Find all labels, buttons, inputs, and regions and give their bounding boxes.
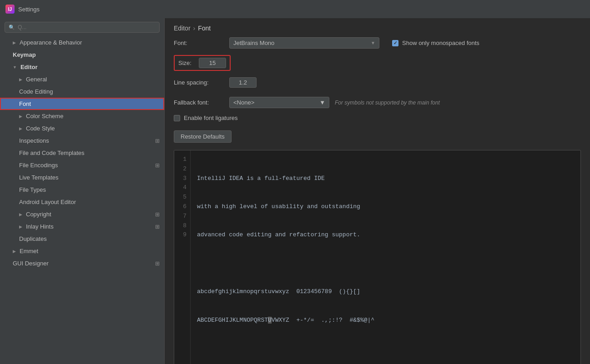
code-line-7 (197, 344, 574, 354)
line-number: 7 (178, 212, 187, 221)
size-input[interactable] (199, 58, 226, 68)
line-spacing-label: Line spacing: (174, 79, 224, 86)
line-number: 6 (178, 202, 187, 212)
fallback-row: Fallback font: <None> ▼ For symbols not … (174, 97, 581, 108)
code-line-3: advanced code editing and refactoring su… (197, 230, 574, 240)
sidebar-item-label: Copyright (26, 211, 51, 218)
show-monospaced-checkbox[interactable]: ✓ (392, 40, 398, 46)
code-line-6: ABCDEFGHIJKLMNOPQRSTUVWXYZ +-*/= .,;:!? … (197, 316, 574, 325)
sidebar-item-color-scheme[interactable]: ▶ Color Scheme (0, 110, 164, 122)
sidebar-item-editor[interactable]: ▼ Editor (0, 61, 164, 73)
sidebar-item-file-encodings[interactable]: File Encodings ⊞ (0, 159, 164, 171)
show-monospaced-label: Show only monospaced fonts (402, 40, 479, 46)
preview-area: 1 2 3 4 5 6 7 8 9 IntelliJ IDEA is a ful… (174, 150, 581, 364)
fallback-dropdown-value: <None> (233, 99, 254, 106)
line-number: 9 (178, 230, 187, 240)
breadcrumb-parent: Editor (174, 25, 191, 32)
font-dropdown[interactable]: JetBrains Mono ▼ (229, 37, 379, 49)
line-number: 4 (178, 183, 187, 193)
font-label: Font: (174, 40, 224, 46)
sidebar-item-font[interactable]: Font (0, 98, 164, 110)
sidebar-item-copyright[interactable]: ▶ Copyright ⊞ (0, 208, 164, 220)
sidebar-item-label: Android Layout Editor (19, 199, 76, 205)
sidebar-item-android-layout-editor[interactable]: Android Layout Editor (0, 196, 164, 208)
settings-content: Font: JetBrains Mono ▼ ✓ Show only monos… (165, 37, 590, 364)
badge-icon: ⊞ (155, 224, 160, 230)
title-bar: IJ Settings (0, 0, 590, 18)
main-layout: 🔍 ▶ Appearance & Behavior Keymap ▼ Edito… (0, 18, 590, 364)
sidebar-item-label: Editor (20, 64, 38, 70)
sidebar-item-file-types[interactable]: File Types (0, 184, 164, 196)
chevron-down-icon: ▼ (13, 65, 17, 70)
ligature-row: Enable font ligatures (174, 115, 581, 121)
sidebar-item-duplicates[interactable]: Duplicates (0, 233, 164, 245)
sidebar-item-label: Inlay Hints (26, 223, 54, 230)
chevron-right-icon: ▶ (19, 212, 22, 217)
sidebar-item-label: General (26, 76, 47, 83)
sidebar-item-label: File Encodings (19, 162, 58, 169)
code-line-4 (197, 259, 574, 269)
code-line-2: with a high level of usability and outst… (197, 202, 574, 212)
sidebar-item-label: Keymap (13, 51, 36, 58)
line-number: 3 (178, 174, 187, 184)
fallback-hint: For symbols not supported by the main fo… (335, 100, 440, 106)
badge-icon: ⊞ (155, 211, 160, 218)
code-line-5: abcdefghijklmnopqrstuvwxyz 0123456789 ()… (197, 287, 574, 297)
fallback-dropdown[interactable]: <None> ▼ (229, 97, 329, 108)
ligatures-label: Enable font ligatures (184, 115, 238, 121)
content-area: Editor › Font Font: JetBrains Mono ▼ ✓ S… (165, 18, 590, 364)
line-spacing-input[interactable] (229, 77, 257, 88)
dropdown-arrow-icon: ▼ (371, 40, 375, 45)
sidebar-item-keymap[interactable]: Keymap (0, 49, 164, 61)
app-icon: IJ (5, 5, 15, 14)
sidebar-item-live-templates[interactable]: Live Templates (0, 171, 164, 184)
size-row: Size: (174, 55, 581, 71)
chevron-right-icon: ▶ (13, 40, 16, 45)
show-monospaced-row: ✓ Show only monospaced fonts (392, 40, 479, 46)
line-number: 2 (178, 165, 187, 174)
size-label: Size: (178, 60, 192, 66)
sidebar-item-appearance-behavior[interactable]: ▶ Appearance & Behavior (0, 36, 164, 49)
line-number: 8 (178, 221, 187, 231)
chevron-right-icon: ▶ (19, 77, 22, 82)
sidebar-item-label: Appearance & Behavior (20, 39, 82, 46)
line-spacing-row: Line spacing: (174, 77, 581, 88)
sidebar-item-label: Duplicates (19, 235, 47, 242)
search-icon: 🔍 (9, 25, 15, 30)
sidebar-item-label: Font (19, 100, 31, 107)
sidebar-item-label: Live Templates (19, 174, 58, 181)
title-bar-text: Settings (18, 6, 40, 13)
restore-defaults-button[interactable]: Restore Defaults (174, 130, 232, 143)
badge-icon: ⊞ (155, 138, 160, 144)
line-number: 1 (178, 155, 187, 165)
font-dropdown-value: JetBrains Mono (233, 40, 274, 46)
font-row: Font: JetBrains Mono ▼ ✓ Show only monos… (174, 37, 581, 49)
sidebar-item-label: GUI Designer (13, 260, 49, 267)
sidebar-item-inspections[interactable]: Inspections ⊞ (0, 135, 164, 147)
sidebar-item-file-code-templates[interactable]: File and Code Templates (0, 147, 164, 159)
sidebar-item-code-editing[interactable]: Code Editing (0, 85, 164, 98)
sidebar-item-code-style[interactable]: ▶ Code Style (0, 122, 164, 135)
badge-icon: ⊞ (155, 162, 160, 169)
sidebar-item-general[interactable]: ▶ General (0, 73, 164, 85)
sidebar-item-label: Inspections (19, 137, 49, 144)
search-box[interactable]: 🔍 (5, 22, 160, 33)
sidebar-item-gui-designer[interactable]: GUI Designer ⊞ (0, 257, 164, 269)
breadcrumb-separator: › (193, 25, 196, 32)
code-line-1: IntelliJ IDEA is a full-featured IDE (197, 174, 574, 184)
dropdown-arrow-icon: ▼ (319, 99, 325, 106)
sidebar-item-label: File Types (19, 186, 46, 193)
code-preview: IntelliJ IDEA is a full-featured IDE wit… (191, 150, 580, 364)
search-input[interactable] (18, 24, 156, 30)
sidebar-item-inlay-hints[interactable]: ▶ Inlay Hints ⊞ (0, 220, 164, 233)
chevron-right-icon: ▶ (13, 249, 16, 254)
line-numbers: 1 2 3 4 5 6 7 8 9 (174, 150, 191, 364)
sidebar-item-label: Color Scheme (26, 113, 63, 120)
size-highlight-box: Size: (174, 55, 231, 71)
chevron-right-icon: ▶ (19, 114, 22, 119)
ligatures-checkbox[interactable] (174, 115, 180, 121)
sidebar-item-label: Code Style (26, 125, 55, 132)
breadcrumb-current: Font (198, 25, 211, 32)
sidebar-item-label: File and Code Templates (19, 150, 85, 156)
sidebar-item-emmet[interactable]: ▶ Emmet (0, 245, 164, 257)
